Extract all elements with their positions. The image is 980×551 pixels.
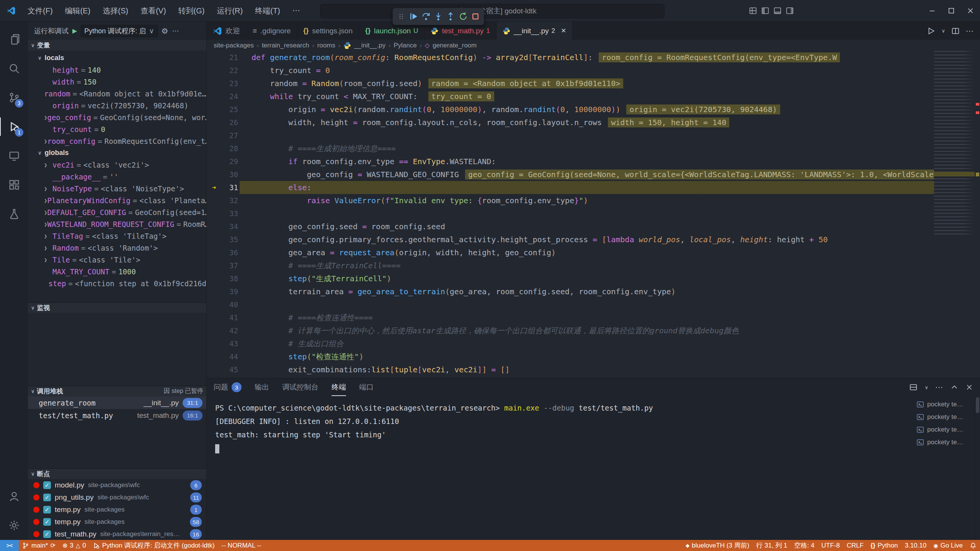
status-item-main*[interactable]: main*⟳ (19, 540, 59, 551)
breakpoint-checkbox[interactable]: ✓ (43, 530, 51, 538)
code-line-37[interactable]: 37 # ====生成TerrainCell==== (207, 259, 934, 272)
code-line-21[interactable]: 21def generate_room(room_config: RoomReq… (207, 51, 934, 64)
menu-运行[interactable]: 运行(R) (211, 3, 248, 18)
terminal-list-item[interactable]: pockety te… (913, 398, 975, 410)
status-item--- NORMAL --[interactable]: -- NORMAL -- (218, 540, 265, 551)
close-button[interactable] (961, 0, 980, 21)
status-item-3.10.10[interactable]: 3.10.10 (901, 540, 930, 551)
code-line-26[interactable]: 26 width, height = room_config.layout.n_… (207, 116, 934, 129)
code-line-22[interactable]: 22 try_count = 0 (207, 64, 934, 77)
sidebar-right-icon[interactable] (786, 7, 794, 15)
stack-frame[interactable]: test/test_math.pytest_math.py16:1 (28, 409, 206, 422)
menu-查看[interactable]: 查看(V) (135, 3, 172, 18)
code-line-33[interactable]: 33 (207, 207, 934, 220)
caret-down-icon[interactable]: ∨ (941, 28, 945, 34)
code-line-29[interactable]: 29 if room_config.env_type == EnvType.WA… (207, 155, 934, 168)
menu-文件[interactable]: 文件(F) (22, 3, 58, 18)
panel-tab-问题[interactable]: 问题3 (214, 378, 242, 396)
code-line-25[interactable]: 25 origin = vec2i(random.randint(0, 1000… (207, 103, 934, 116)
step-into-button[interactable] (433, 10, 444, 23)
close-icon[interactable] (965, 383, 973, 391)
code-line-40[interactable]: 40 (207, 298, 934, 311)
menu-终端[interactable]: 终端(T) (250, 3, 286, 18)
code-editor[interactable]: 21def generate_room(room_config: RoomReq… (207, 51, 980, 378)
code-line-41[interactable]: 41 # ====检查连通性==== (207, 311, 934, 324)
menu-选择[interactable]: 选择(S) (97, 3, 134, 18)
variable-row[interactable]: ❯NoiseType=<class 'NoiseType'> (28, 183, 206, 194)
terminal-list-item[interactable]: pockety te… (913, 436, 975, 448)
breakpoint-checkbox[interactable]: ✓ (43, 506, 51, 514)
menu-overflow[interactable]: ⋯ (287, 3, 305, 18)
ellipsis-icon[interactable]: ⋯ (172, 27, 179, 35)
variable-row[interactable]: try_count=0 (28, 123, 206, 135)
variable-row[interactable]: ❯geo_config=GeoConfig(seed=None, wor… (28, 111, 206, 123)
breadcrumb-item[interactable]: site-packages (214, 42, 254, 49)
layout-grid-icon[interactable] (749, 7, 757, 15)
variable-row[interactable]: ❯DEFAULT_GEO_CONFIG=GeoConfig(seed=1… (28, 206, 206, 218)
continue-button[interactable] (408, 10, 419, 23)
settings-gear-icon[interactable]: ⚙ (162, 26, 168, 36)
status-item-Go Live[interactable]: ◉Go Live (930, 540, 966, 551)
status-item-CRLF[interactable]: CRLF (843, 540, 867, 551)
variables-section-header[interactable]: ∨ 变量 (28, 40, 206, 51)
remote-indicator[interactable]: >< (0, 540, 19, 551)
scope-globals[interactable]: ∨globals (28, 147, 206, 159)
panel-tab-输出[interactable]: 输出 (255, 378, 269, 396)
panel-bottom-icon[interactable] (773, 7, 782, 15)
tab-.gdignore[interactable]: ≡.gdignore (247, 22, 297, 40)
activity-search[interactable] (0, 54, 28, 83)
variable-row[interactable]: width=150 (28, 76, 206, 88)
code-line-27[interactable]: 27 (207, 129, 934, 142)
panel-tab-调试控制台[interactable]: 调试控制台 (282, 378, 318, 396)
run-python-icon[interactable] (927, 27, 935, 35)
variable-row[interactable]: ❯PlanetaryWindConfig=<class 'Planeta… (28, 194, 206, 206)
tab-__init__.py[interactable]: __init__.py2✕ (497, 22, 573, 40)
code-line-23[interactable]: 23 random = Random(room_config.seed)rand… (207, 77, 934, 90)
code-line-43[interactable]: 43 # 生成出口组合 (207, 337, 934, 350)
breakpoint-checkbox[interactable]: ✓ (43, 481, 51, 489)
panel-tab-终端[interactable]: 终端 (332, 378, 346, 396)
variable-row[interactable]: ❯Tile=<class 'Tile'> (28, 254, 206, 266)
activity-test-beaker[interactable] (0, 199, 28, 228)
status-item-bell-icon[interactable] (966, 540, 980, 551)
variable-row[interactable]: ❯WASTELAND_ROOM_REQUEST_CONFIG=RoomR… (28, 218, 206, 230)
variable-row[interactable]: height=140 (28, 64, 206, 76)
tab-settings.json[interactable]: {}settings.json (297, 22, 359, 40)
step-out-button[interactable] (445, 10, 456, 23)
activity-source-control[interactable]: 3 (0, 83, 28, 112)
breadcrumb-item[interactable]: ›◇generate_room (420, 42, 477, 49)
ellipsis-icon[interactable]: ⋯ (966, 26, 974, 36)
breakpoint-row[interactable]: ✓model.pysite-packages\wfc6 (28, 479, 206, 491)
variable-row[interactable]: ❯vec2i=<class 'vec2i'> (28, 159, 206, 171)
code-line-34[interactable]: 34 geo_config.seed = room_config.seed (207, 220, 934, 233)
variable-row[interactable]: random=<Random object at 0x1bf9d01e… (28, 88, 206, 99)
stack-frame[interactable]: generate_room__init__.py31:1 (28, 396, 206, 409)
variable-row[interactable]: ❯room_config=RoomRequestConfig(env_t… (28, 135, 206, 147)
breakpoint-row[interactable]: ✓temp.pysite-packages1 (28, 504, 206, 516)
ellipsis-icon[interactable]: ⋯ (935, 383, 943, 392)
status-item-行 31, 列 1[interactable]: 行 31, 列 1 (753, 540, 791, 551)
sidebar-left-icon[interactable] (761, 7, 769, 15)
split-panel-icon[interactable] (909, 383, 918, 391)
code-line-24[interactable]: 24 while try_count < MAX_TRY_COUNT: try_… (207, 90, 934, 103)
terminal-list-item[interactable]: pockety te… (913, 411, 975, 423)
chevron-up-icon[interactable] (950, 383, 959, 391)
status-item-Python[interactable]: {}Python (867, 540, 901, 551)
code-line-31[interactable]: ➜31 else: (207, 181, 934, 194)
breadcrumb[interactable]: site-packages›terrain_research›rooms›__i… (207, 40, 980, 51)
scope-locals[interactable]: ∨locals (28, 52, 206, 64)
activity-settings-gear[interactable] (0, 511, 28, 540)
code-line-36[interactable]: 36 geo_area = request_area(origin, width… (207, 246, 934, 259)
tab-欢迎[interactable]: 欢迎 (207, 22, 247, 40)
variable-row[interactable]: __package__='' (28, 171, 206, 183)
code-line-35[interactable]: 35 geo_config.primary_forces.geothermal_… (207, 233, 934, 246)
restart-button[interactable] (457, 10, 468, 23)
status-item-3[interactable]: ⊗3△0 (59, 540, 90, 551)
variable-row[interactable]: origin=vec2i(7205730, 9024468) (28, 99, 206, 111)
code-line-30[interactable]: 30 geo_config = WASTELAND_GEO_CONFIGgeo_… (207, 168, 934, 181)
maximize-button[interactable] (942, 0, 961, 21)
terminal-list-item[interactable]: pockety te… (913, 424, 975, 435)
watch-section-header[interactable]: ∨ 监视 (28, 302, 206, 313)
launch-config-select[interactable]: Python 调试程序: 启 ∨ (81, 25, 157, 37)
terminal-output[interactable]: PS C:\computer_science\godot-ldtk\site-p… (207, 396, 913, 540)
